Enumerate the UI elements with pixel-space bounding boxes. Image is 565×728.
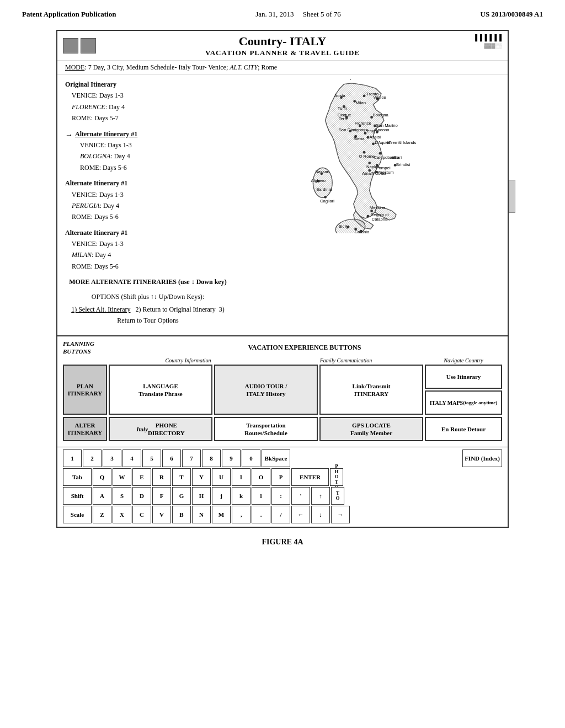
header-left: Patent Application Publication	[22, 10, 116, 19]
header-center: Jan. 31, 2013 Sheet 5 of 76	[255, 10, 341, 19]
key-find[interactable]: FIND (Index)	[462, 449, 502, 467]
alt3-line1: VENICE: Days 1-3	[65, 238, 231, 249]
key-w[interactable]: W	[113, 468, 131, 486]
link-transmit-btn[interactable]: Link/TransmitITINERARY	[319, 365, 423, 415]
key-period[interactable]: .	[252, 506, 270, 523]
alter-itinerary-btn[interactable]: ALTERITINERARY	[63, 417, 107, 441]
alt1-line2: BOLOGNA: Day 4	[75, 151, 137, 162]
key-k[interactable]: k	[232, 487, 250, 505]
key-u[interactable]: U	[212, 468, 231, 486]
key-t[interactable]: T	[172, 468, 191, 486]
key-a[interactable]: A	[93, 487, 111, 505]
italy-maps-btn[interactable]: ITALY MAPS(toggle anytime)	[425, 390, 502, 415]
key-j[interactable]: j	[212, 487, 231, 505]
qwerty-row: Tab Q W E R T Y U I O P ENTER PHOTO	[63, 468, 502, 486]
keyboard-section: 1 2 3 4 5 6 7 8 9 0 BkSpace FIND (Index)…	[57, 447, 508, 527]
key-i[interactable]: I	[232, 468, 250, 486]
key-enter[interactable]: ENTER	[291, 468, 329, 486]
doc-body: Original Itinerary VENICE: Days 1-3 FLOR…	[57, 74, 508, 335]
key-3[interactable]: 3	[103, 449, 121, 467]
language-btn[interactable]: LANGUAGETranslate Phrase	[109, 365, 212, 415]
key-r[interactable]: R	[152, 468, 171, 486]
key-right[interactable]: →	[331, 506, 350, 523]
key-d[interactable]: D	[132, 487, 151, 505]
key-scale[interactable]: Scale	[63, 506, 92, 523]
key-8[interactable]: 8	[202, 449, 221, 467]
svg-text:Milan: Milan	[356, 100, 366, 105]
key-9[interactable]: 9	[222, 449, 241, 467]
svg-point-65	[347, 226, 350, 228]
key-bkspace[interactable]: BkSpace	[262, 449, 290, 467]
key-6[interactable]: 6	[162, 449, 181, 467]
key-c[interactable]: C	[132, 506, 151, 523]
key-q[interactable]: Q	[93, 468, 111, 486]
key-to[interactable]: TO	[331, 487, 344, 505]
svg-text:Bologna: Bologna	[373, 113, 389, 117]
key-x[interactable]: X	[113, 506, 131, 523]
key-e[interactable]: E	[132, 468, 151, 486]
key-o[interactable]: O	[252, 468, 270, 486]
key-m[interactable]: M	[212, 506, 231, 523]
audio-tour-btn[interactable]: AUDIO TOUR /ITALY History	[214, 365, 318, 415]
key-n[interactable]: N	[192, 506, 211, 523]
gps-locate-btn[interactable]: GPS LOCATEFamily Member	[319, 417, 423, 441]
phone-directory-btn[interactable]: Italy PHONEDIRECTORY	[109, 417, 212, 441]
alt3-label: Alternate Itinerary #1	[65, 229, 127, 237]
scrollbar[interactable]	[509, 180, 515, 213]
svg-point-2	[363, 94, 366, 97]
doc-title: Country- ITALY	[205, 34, 360, 49]
key-g[interactable]: G	[172, 487, 191, 505]
svg-text:Sassari: Sassari	[315, 169, 329, 174]
svg-text:Florence: Florence	[355, 121, 371, 126]
svg-point-29	[366, 136, 369, 139]
key-0[interactable]: 0	[242, 449, 260, 467]
svg-point-37	[379, 152, 382, 155]
alt-itinerary-2: Alternate Itinerary #1 VENICE: Days 1-3 …	[65, 178, 231, 223]
key-photo[interactable]: PHOTO	[330, 468, 343, 486]
key-b[interactable]: B	[172, 506, 191, 523]
orig-line2: FLORENCE: Day 4	[65, 101, 231, 113]
alt-itinerary-3: Alternate Itinerary #1 VENICE: Days 1-3 …	[65, 227, 231, 272]
key-h[interactable]: H	[192, 487, 211, 505]
key-p[interactable]: P	[271, 468, 290, 486]
key-y[interactable]: Y	[192, 468, 211, 486]
alt3-line3: ROME: Days 5-6	[65, 261, 231, 272]
more-alt-text: MORE ALTERNATE ITINERARIES (use ↓ Down k…	[65, 276, 231, 287]
key-slash[interactable]: /	[271, 506, 290, 523]
key-tab[interactable]: Tab	[63, 468, 92, 486]
key-2[interactable]: 2	[83, 449, 102, 467]
key-v[interactable]: V	[152, 506, 171, 523]
number-row: 1 2 3 4 5 6 7 8 9 0 BkSpace FIND (Index)	[63, 449, 502, 467]
key-comma[interactable]: ,	[232, 506, 250, 523]
key-1[interactable]: 1	[63, 449, 82, 467]
select-alt[interactable]: 1) Select Alt. Itinerary	[71, 306, 130, 313]
original-label: Original Itinerary	[65, 81, 116, 88]
key-down[interactable]: ↓	[311, 506, 330, 523]
transportation-btn[interactable]: TransportationRoutes/Schedule	[214, 417, 318, 441]
key-quote[interactable]: '	[291, 487, 310, 505]
svg-text:Alghero: Alghero	[311, 178, 326, 183]
key-7[interactable]: 7	[182, 449, 201, 467]
svg-text:Syracuse: Syracuse	[360, 232, 377, 233]
svg-point-31	[372, 142, 375, 145]
key-up[interactable]: ↑	[311, 487, 330, 505]
icon-box-2	[81, 38, 96, 53]
key-4[interactable]: 4	[122, 449, 141, 467]
use-itinerary-btn[interactable]: Use Itinerary	[425, 365, 502, 389]
key-z[interactable]: Z	[93, 506, 111, 523]
key-f[interactable]: F	[152, 487, 171, 505]
key-s[interactable]: S	[113, 487, 131, 505]
key-5[interactable]: 5	[142, 449, 161, 467]
key-shift[interactable]: Shift	[63, 487, 92, 505]
svg-text:Assisi: Assisi	[370, 135, 381, 140]
select-options: 1) Select Alt. Itinerary 2) Return to Or…	[65, 304, 231, 326]
key-left[interactable]: ←	[291, 506, 310, 523]
plan-itinerary-btn[interactable]: PLANITINERARY	[63, 365, 107, 415]
svg-text:Messina: Messina	[370, 205, 386, 210]
key-l[interactable]: l	[252, 487, 270, 505]
en-route-detour-btn[interactable]: En Route Detour	[425, 417, 502, 441]
svg-text:Sicily: Sicily	[342, 79, 352, 80]
key-colon[interactable]: :	[271, 487, 290, 505]
mode-line: MODE: 7 Day, 3 City, Medium Schedule- It…	[57, 61, 508, 74]
category-labels-row: Country Information Family Communication…	[109, 357, 502, 363]
